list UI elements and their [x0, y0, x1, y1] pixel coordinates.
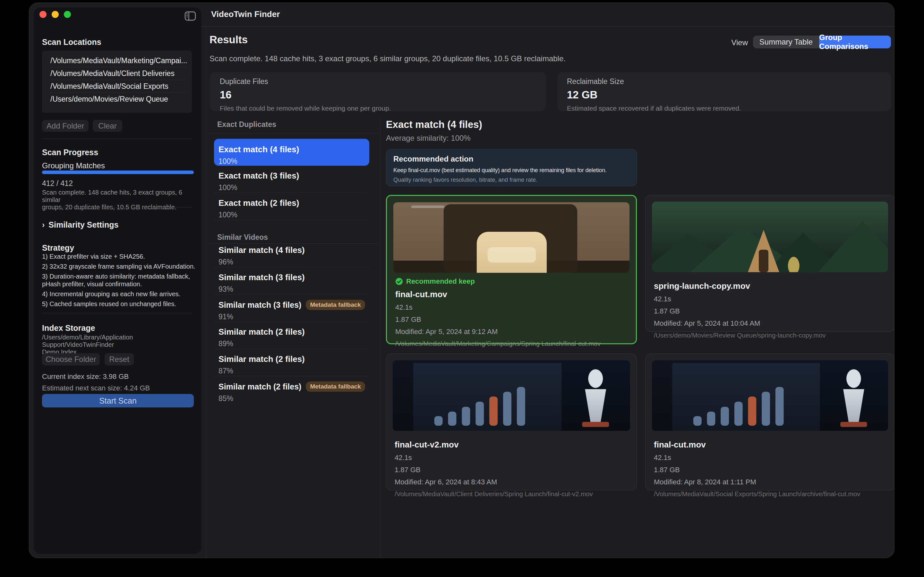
- group-row[interactable]: Similar match (2 files) 89%: [214, 322, 369, 349]
- scan-progress-title: Scan Progress: [42, 148, 98, 157]
- file-modified: Modified: Apr 5, 2024 at 10:04 AM: [654, 319, 886, 327]
- tab-summary-table[interactable]: Summary Table: [753, 35, 819, 48]
- stat-card-reclaimable-size: Reclaimable Size 12 GB Estimated space r…: [557, 72, 891, 111]
- group-row[interactable]: Exact match (3 files) 100%: [214, 166, 369, 193]
- stat-value: 12 GB: [567, 89, 881, 101]
- file-modified: Modified: Apr 5, 2024 at 9:12 AM: [395, 327, 628, 336]
- file-path: /Users/demo/Movies/Review Queue/spring-l…: [654, 332, 886, 339]
- group-row[interactable]: Similar match (3 files)Metadata fallback…: [214, 295, 369, 322]
- group-row[interactable]: Similar match (4 files) 96%: [214, 240, 369, 268]
- window-title: VideoTwin Finder: [211, 9, 280, 19]
- group-title: Exact match (3 files): [218, 171, 365, 181]
- file-path: /Volumes/MediaVault/Marketing/Campaigns/…: [395, 340, 628, 348]
- file-size: 1.87 GB: [654, 466, 886, 474]
- recommended-action-note: Quality ranking favors resolution, bitra…: [393, 177, 630, 183]
- recommended-action-body: Keep final-cut.mov (best estimated quali…: [393, 167, 630, 174]
- group-title: Similar match (3 files): [218, 272, 365, 282]
- scan-location-row[interactable]: /Volumes/MediaVault/Social Exports: [50, 80, 187, 93]
- strategy-step: 1) Exact prefilter via size + SHA256.: [42, 253, 196, 260]
- group-similarity: 100%: [218, 157, 365, 166]
- stat-caption: Estimated space recovered if all duplica…: [567, 105, 881, 112]
- zoom-button[interactable]: [64, 11, 71, 18]
- group-title: Exact match (2 files): [218, 198, 365, 208]
- close-button[interactable]: [39, 11, 47, 18]
- strategy-steps: 1) Exact prefilter via size + SHA256. 2)…: [42, 253, 196, 308]
- group-similarity: 96%: [218, 258, 365, 266]
- video-thumbnail: [652, 360, 888, 431]
- scan-location-row[interactable]: /Users/demo/Movies/Review Queue: [50, 93, 187, 105]
- similarity-settings-disclosure[interactable]: ›Similarity Settings: [42, 220, 118, 229]
- file-card-body: Recommended keep final-cut.mov 42.1s 1.8…: [387, 273, 636, 348]
- file-card-final-cut-v2[interactable]: final-cut-v2.mov 42.1s 1.87 GB Modified:…: [386, 354, 637, 490]
- file-card-body: spring-launch-copy.mov 42.1s 1.87 GB Mod…: [646, 272, 895, 339]
- recommended-action-box: Recommended action Keep final-cut.mov (b…: [386, 149, 637, 186]
- reset-button[interactable]: Reset: [105, 353, 134, 366]
- index-storage-title: Index Storage: [42, 324, 95, 333]
- group-title: Similar match (2 files): [218, 354, 365, 364]
- scan-summary-line: Scan complete. 148 cache hits, 3 exact g…: [42, 189, 202, 203]
- file-duration: 42.1s: [654, 295, 886, 303]
- list-detail-divider: [380, 118, 381, 558]
- file-path: /Volumes/MediaVault/Social Exports/Sprin…: [654, 490, 886, 498]
- add-folder-button[interactable]: Add Folder: [42, 120, 89, 132]
- group-row[interactable]: Similar match (2 files)Metadata fallback…: [214, 376, 369, 404]
- view-label: View: [712, 38, 748, 47]
- group-row[interactable]: Exact match (2 files) 100%: [214, 193, 369, 220]
- detail-title: Exact match (4 files): [386, 119, 482, 131]
- scan-count: 412 / 412: [42, 179, 73, 188]
- file-path: /Volumes/MediaVault/Client Deliveries/Sp…: [395, 490, 628, 498]
- detail-average-similarity: Average similarity: 100%: [386, 134, 471, 143]
- file-name: spring-launch-copy.mov: [654, 281, 886, 291]
- group-title-text: Similar match (3 files): [218, 300, 301, 309]
- minimize-button[interactable]: [52, 11, 59, 18]
- file-size: 1.87 GB: [395, 316, 628, 324]
- sidebar-main-divider: [206, 27, 206, 558]
- file-name: final-cut-v2.mov: [395, 440, 628, 450]
- metadata-fallback-badge: Metadata fallback: [306, 300, 365, 310]
- stat-value: 16: [220, 89, 536, 101]
- strategy-step: 3) Duration-aware auto similarity: metad…: [42, 273, 196, 280]
- stat-caption: Files that could be removed while keepin…: [220, 105, 536, 112]
- stat-card-duplicate-files: Duplicate Files 16 Files that could be r…: [210, 72, 546, 111]
- file-name: final-cut.mov: [654, 440, 886, 450]
- exact-duplicates-header: Exact Duplicates: [217, 120, 276, 129]
- group-similarity: 87%: [218, 367, 365, 376]
- current-index-size: Current index size: 3.98 GB: [42, 372, 129, 381]
- group-title: Exact match (4 files): [218, 145, 365, 155]
- scan-location-row[interactable]: /Volumes/MediaVault/Client Deliveries: [50, 67, 187, 80]
- group-title: Similar match (2 files): [218, 327, 365, 337]
- estimated-next-scan-size: Estimated next scan size: 4.24 GB: [42, 384, 150, 392]
- choose-folder-button[interactable]: Choose Folder: [42, 353, 100, 366]
- file-modified: Modified: Apr 6, 2024 at 8:43 AM: [395, 478, 628, 486]
- video-thumbnail: [393, 360, 630, 431]
- similarity-settings-label: Similarity Settings: [48, 220, 118, 229]
- window-controls: [39, 11, 71, 18]
- view-segmented-control: Summary Table Group Comparisons: [753, 35, 891, 48]
- strategy-step: 2) 32x32 grayscale frame sampling via AV…: [42, 263, 196, 270]
- tab-group-comparisons[interactable]: Group Comparisons: [819, 35, 891, 48]
- divider: [42, 313, 192, 313]
- file-card-final-cut[interactable]: Recommended keep final-cut.mov 42.1s 1.8…: [386, 195, 637, 344]
- clear-button[interactable]: Clear: [93, 120, 122, 132]
- scan-location-row[interactable]: /Volumes/MediaVault/Marketing/Campai...: [50, 55, 187, 67]
- file-card-spring-launch-copy[interactable]: spring-launch-copy.mov 42.1s 1.87 GB Mod…: [645, 195, 895, 332]
- file-card-body: final-cut.mov 42.1s 1.87 GB Modified: Ap…: [646, 431, 895, 498]
- file-card-final-cut-archive[interactable]: final-cut.mov 42.1s 1.87 GB Modified: Ap…: [645, 354, 895, 490]
- divider: [42, 207, 192, 208]
- group-similarity: 85%: [218, 394, 365, 403]
- divider: [42, 139, 192, 139]
- group-row[interactable]: Similar match (2 files) 87%: [214, 349, 369, 376]
- group-row-selected[interactable]: Exact match (4 files) 100%: [214, 139, 369, 166]
- video-thumbnail: [652, 201, 888, 272]
- file-name: final-cut.mov: [395, 290, 628, 300]
- file-modified: Modified: Apr 8, 2024 at 1:11 PM: [654, 478, 886, 486]
- exact-group-list: Exact match (4 files) 100% Exact match (…: [214, 139, 369, 220]
- titlebar-divider: [202, 26, 895, 27]
- chevron-right-icon: ›: [42, 220, 45, 229]
- group-similarity: 100%: [218, 183, 365, 192]
- sidebar-toggle-icon[interactable]: [184, 11, 196, 22]
- start-scan-button[interactable]: Start Scan: [42, 394, 194, 408]
- file-duration: 42.1s: [395, 454, 628, 462]
- group-row[interactable]: Similar match (3 files) 93%: [214, 268, 369, 295]
- sidebar: Scan Locations /Volumes/MediaVault/Marke…: [34, 7, 202, 554]
